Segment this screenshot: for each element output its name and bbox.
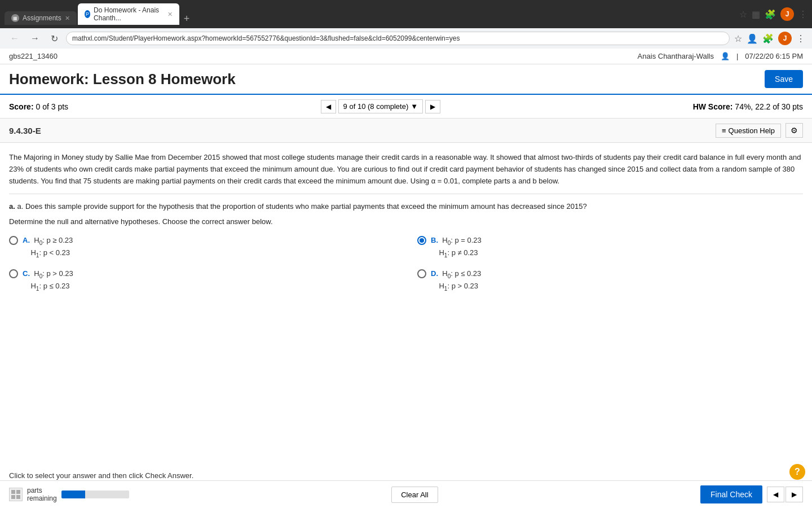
prev-question-button[interactable]: ◀ bbox=[321, 100, 336, 113]
tab-homework[interactable]: P Do Homework - Anais Chanth... ✕ bbox=[78, 3, 179, 25]
puzzle-icon[interactable]: 🧩 bbox=[762, 33, 774, 44]
more-menu-icon[interactable]: ⋮ bbox=[798, 9, 807, 20]
user-profile-icon: 👤 bbox=[721, 52, 730, 60]
part-a-label: a. bbox=[9, 202, 15, 211]
profile-menu-icon[interactable]: ▦ bbox=[752, 9, 760, 20]
problem-text: The Majoring in Money study by Sallie Ma… bbox=[9, 152, 803, 194]
more-icon-2[interactable]: ⋮ bbox=[796, 33, 805, 44]
gear-icon: ⚙ bbox=[791, 126, 798, 135]
option-c-radio[interactable] bbox=[9, 269, 18, 278]
question-selector[interactable]: 9 of 10 (8 complete) ▼ bbox=[338, 99, 423, 113]
tab-bar: ▦ Assignments ✕ P Do Homework - Anais Ch… bbox=[5, 3, 736, 25]
option-b[interactable]: B. H0: p = 0.23 H1: p ≠ 0.23 bbox=[417, 235, 803, 259]
star-icon[interactable]: ☆ bbox=[739, 9, 747, 20]
profile-avatar[interactable]: J bbox=[780, 7, 794, 21]
pearson-tab-icon: P bbox=[85, 10, 90, 18]
option-d-label: D. H0: p ≤ 0.23 H1: p > 0.23 bbox=[431, 268, 481, 292]
hw-score-value: 74%, 22.2 of 30 pts bbox=[735, 102, 803, 111]
instruction-text: Determine the null and alternative hypot… bbox=[9, 217, 803, 226]
score-value: 0 of 3 pts bbox=[36, 102, 68, 111]
option-b-radio[interactable] bbox=[417, 236, 426, 245]
save-button[interactable]: Save bbox=[765, 70, 803, 88]
profile-avatar-2[interactable]: J bbox=[778, 32, 792, 45]
browser-chrome: ▦ Assignments ✕ P Do Homework - Anais Ch… bbox=[0, 0, 812, 28]
assignments-tab-icon: ▦ bbox=[11, 14, 19, 22]
tab-homework-close[interactable]: ✕ bbox=[167, 11, 173, 18]
datetime: 07/22/20 6:15 PM bbox=[745, 52, 803, 60]
top-info-bar: gbs221_13460 Anais Chantharaj-Walls 👤 | … bbox=[0, 49, 812, 64]
page-header: Homework: Lesson 8 Homework Save bbox=[0, 64, 812, 95]
option-d-radio[interactable] bbox=[417, 269, 426, 278]
part-a-question: a. Does this sample provide support for … bbox=[17, 202, 586, 211]
list-icon: ≡ bbox=[722, 126, 726, 135]
score-row: Score: 0 of 3 pts ◀ 9 of 10 (8 complete)… bbox=[0, 95, 812, 119]
main-content: The Majoring in Money study by Sallie Ma… bbox=[0, 143, 812, 361]
option-b-letter: B. bbox=[431, 236, 438, 244]
back-button[interactable]: ← bbox=[7, 32, 23, 45]
question-tag-row: 9.4.30-E ≡ Question Help ⚙ bbox=[0, 119, 812, 143]
reload-button[interactable]: ↻ bbox=[47, 32, 61, 45]
question-tools: ≡ Question Help ⚙ bbox=[716, 123, 803, 138]
option-b-label: B. H0: p = 0.23 H1: p ≠ 0.23 bbox=[431, 235, 482, 259]
option-c[interactable]: C. H0: p > 0.23 H1: p ≤ 0.23 bbox=[9, 268, 395, 292]
user-id: gbs221_13460 bbox=[9, 52, 58, 60]
option-c-label: C. H0: p > 0.23 H1: p ≤ 0.23 bbox=[23, 268, 73, 292]
address-bar-row: ← → ↻ ☆ 👤 🧩 J ⋮ bbox=[0, 28, 812, 49]
nav-controls: ◀ 9 of 10 (8 complete) ▼ ▶ bbox=[321, 99, 441, 113]
option-d-letter: D. bbox=[431, 269, 438, 278]
option-a-radio[interactable] bbox=[9, 236, 18, 245]
score-right: HW Score: 74%, 22.2 of 30 pts bbox=[693, 102, 803, 111]
user-name: Anais Chantharaj-Walls bbox=[638, 52, 714, 60]
score-left: Score: 0 of 3 pts bbox=[9, 102, 68, 111]
forward-button[interactable]: → bbox=[27, 32, 43, 45]
question-help-button[interactable]: ≡ Question Help bbox=[716, 124, 781, 138]
question-dropdown-icon: ▼ bbox=[411, 102, 418, 111]
profile-icon-2[interactable]: 👤 bbox=[747, 33, 758, 44]
question-tag: 9.4.30-E bbox=[9, 126, 41, 135]
tab-assignments-close[interactable]: ✕ bbox=[65, 15, 70, 22]
option-a-label: A. H0: p ≥ 0.23 H1: p < 0.23 bbox=[23, 235, 73, 259]
option-a[interactable]: A. H0: p ≥ 0.23 H1: p < 0.23 bbox=[9, 235, 395, 259]
question-nav-label: 9 of 10 (8 complete) bbox=[343, 102, 409, 111]
score-label: Score: bbox=[9, 102, 34, 111]
tab-homework-label: Do Homework - Anais Chanth... bbox=[94, 6, 164, 22]
option-d[interactable]: D. H0: p ≤ 0.23 H1: p > 0.23 bbox=[417, 268, 803, 292]
settings-button[interactable]: ⚙ bbox=[785, 123, 803, 138]
extensions-icon[interactable]: 🧩 bbox=[765, 9, 776, 20]
new-tab-button[interactable]: + bbox=[180, 13, 193, 25]
option-c-letter: C. bbox=[23, 269, 30, 278]
tab-assignments-label: Assignments bbox=[23, 14, 61, 22]
question-help-label: Question Help bbox=[729, 126, 775, 135]
next-question-button[interactable]: ▶ bbox=[425, 100, 440, 113]
page-title: Homework: Lesson 8 Homework bbox=[9, 71, 236, 88]
address-input[interactable] bbox=[66, 32, 730, 45]
tab-assignments[interactable]: ▦ Assignments ✕ bbox=[5, 11, 77, 25]
browser-toolbar-icons: ☆ ▦ 🧩 J ⋮ bbox=[739, 7, 807, 21]
part-a-text: a. a. Does this sample provide support f… bbox=[9, 201, 803, 213]
options-grid: A. H0: p ≥ 0.23 H1: p < 0.23 B. H0: p = … bbox=[9, 235, 803, 292]
bookmark-icon[interactable]: ☆ bbox=[734, 33, 742, 44]
option-a-letter: A. bbox=[23, 236, 30, 244]
hw-score-label: HW Score: bbox=[693, 102, 733, 111]
